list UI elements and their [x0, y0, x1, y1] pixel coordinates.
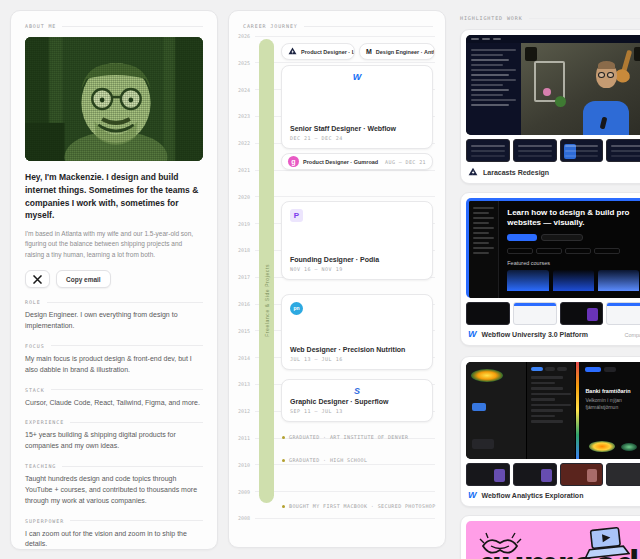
career-section-label: CAREER JOURNEY	[243, 23, 298, 29]
superpower-text: I can zoom out for the vision and zoom i…	[25, 529, 203, 550]
thumbnail[interactable]	[560, 463, 604, 486]
gumroad-preview[interactable]: gumroad	[466, 521, 640, 559]
heatmap-panel	[466, 362, 527, 459]
role-label: ROLE	[25, 299, 41, 305]
chip-label: Design Engineer · Anth	[376, 49, 435, 55]
webflow-logo-icon: W	[468, 491, 477, 500]
experience-text: 15+ years building & shipping digital pr…	[25, 430, 203, 452]
laracasts-logo-icon	[288, 47, 297, 56]
thumbnail[interactable]	[606, 302, 640, 325]
thumbnail[interactable]	[513, 463, 557, 486]
work-card-webflow-university[interactable]: Learn how to design & build pro websites…	[460, 192, 640, 346]
work-card-gumroad[interactable]: gumroad	[460, 515, 640, 559]
work-card-laracasts[interactable]: Laracasts Redesign	[460, 29, 640, 184]
x-social-button[interactable]	[25, 270, 50, 288]
nav-sidebar	[469, 201, 499, 298]
section-rule	[47, 302, 203, 303]
focus-text: My main focus is product design & front-…	[25, 354, 203, 376]
analytics-preview[interactable]: Banki framtíðarin Velkomin í nýjan fjárm…	[466, 362, 640, 459]
speaker	[525, 47, 537, 61]
job-card-podia[interactable]: P Founding Designer · Podia NOV 16 — NOV…	[281, 201, 433, 280]
gumroad-logo-icon: g	[288, 156, 299, 167]
job-card-precision-nutrition[interactable]: pn Web Designer · Precision Nutrition JU…	[281, 294, 433, 370]
work-card-webflow-analytics[interactable]: Banki framtíðarin Velkomin í nýjan fjárm…	[460, 356, 640, 507]
chip-label: Product Designer · Lar	[301, 49, 355, 55]
thumbnail[interactable]	[466, 463, 510, 486]
milestone-text: GRADUATED · HIGH SCHOOL	[289, 457, 367, 463]
thumbnail[interactable]	[560, 302, 604, 325]
job-chip-laracasts[interactable]: Product Designer · Lar	[281, 43, 355, 60]
timeline-year-2008: 2008	[238, 515, 435, 521]
video-player-topbar	[466, 35, 640, 43]
section-rule	[70, 520, 203, 521]
webflow-logo-icon: W	[468, 330, 477, 339]
card-footer: W Webflow University 3.0 Platform Compan…	[466, 330, 640, 340]
stack-text: Cursor, Claude Code, React, Tailwind, Fi…	[25, 398, 203, 409]
milestone-dot	[282, 505, 285, 508]
job-chip-anthropic[interactable]: M Design Engineer · Anth	[359, 43, 435, 60]
job-card-superflow[interactable]: S Graphic Designer · Superflow SEP 11 — …	[281, 379, 433, 422]
copy-email-button[interactable]: Copy email	[56, 270, 111, 288]
stack-label: STACK	[25, 387, 45, 393]
intro-bio: I'm based in Atlanta with my wife and ou…	[25, 229, 203, 260]
thumbnail[interactable]	[513, 302, 557, 325]
section-rule	[62, 26, 203, 27]
category-chips	[507, 248, 639, 254]
preview-tabs	[585, 367, 640, 372]
featured-courses-label: Featured courses	[507, 260, 639, 266]
superflow-logo-icon: S	[290, 387, 424, 396]
thumbnail[interactable]	[466, 139, 510, 162]
laracasts-video-preview[interactable]	[466, 35, 640, 135]
freelance-label: Freelance & Side Projects	[264, 264, 270, 337]
job-dates: DEC 21 — DEC 24	[290, 135, 424, 141]
thumbnail[interactable]	[513, 139, 557, 162]
podia-logo-icon: P	[290, 209, 303, 222]
about-section-role: ROLE Design Engineer. I own everything f…	[25, 299, 203, 332]
about-section-stack: STACK Cursor, Claude Code, React, Tailwi…	[25, 387, 203, 409]
career-timeline: 2026202520242023202220212020201920182017…	[229, 11, 445, 547]
precision-nutrition-logo-icon: pn	[290, 302, 303, 315]
card-footer: Laracasts Redesign	[466, 167, 640, 178]
hero-headline: Learn how to design & build pro websites…	[507, 208, 639, 229]
gallery-thumbnails	[466, 302, 640, 325]
gallery-thumbnails	[466, 463, 640, 486]
milestone-text: BOUGHT MY FIRST MACBOOK · SECURED PHOTOS…	[289, 503, 436, 509]
job-card-webflow[interactable]: W Senior Staff Designer · Webflow DEC 21…	[281, 65, 433, 149]
job-title: Graphic Designer · Superflow	[290, 398, 424, 405]
career-panel: CAREER JOURNEY 2026202520242023202220212…	[228, 10, 446, 548]
thumbnail[interactable]	[560, 139, 604, 162]
gumroad-wordmark: gumroad	[466, 543, 640, 559]
freelance-band: Freelance & Side Projects	[259, 39, 274, 503]
gallery-thumbnails	[466, 139, 640, 162]
gray-box	[472, 439, 494, 449]
course-cards	[507, 270, 639, 291]
section-rule	[51, 389, 203, 390]
job-dates: JUL 13 — JUL 16	[290, 356, 424, 362]
intro-heading: Hey, I'm Mackenzie. I design and build i…	[25, 171, 203, 222]
work-title: Webflow Analytics Exploration	[482, 492, 584, 499]
site-preview-panel: Banki framtíðarin Velkomin í nýjan fjárm…	[579, 362, 640, 459]
job-title: Founding Designer · Podia	[290, 256, 424, 263]
superpower-label: SUPERPOWER	[25, 518, 64, 524]
webflow-university-preview[interactable]: Learn how to design & build pro websites…	[466, 198, 640, 298]
about-section-focus: FOCUS My main focus is product design & …	[25, 343, 203, 376]
work-title: Laracasts Redesign	[483, 169, 549, 176]
presenter-glasses	[596, 72, 617, 78]
milestone-first-macbook: BOUGHT MY FIRST MACBOOK · SECURED PHOTOS…	[282, 503, 436, 509]
thumbnail[interactable]	[606, 463, 640, 486]
preview-headline: Banki framtíðarin	[585, 388, 640, 395]
focus-label: FOCUS	[25, 343, 45, 349]
card-footer: W Webflow Analytics Exploration	[466, 491, 640, 501]
milestone-text: GRADUATED · ART INSTITUTE OF DENVER	[289, 434, 408, 440]
job-chip-gumroad[interactable]: g Product Designer · Gumroad AUG — DEC 2…	[281, 153, 433, 170]
work-tag: Company	[624, 332, 640, 338]
thumbnail[interactable]	[606, 139, 640, 162]
job-dates: NOV 16 — NOV 19	[290, 266, 424, 272]
milestone-dot	[282, 459, 285, 462]
work-section-label: HIGHLIGHTED WORK	[460, 15, 523, 21]
about-section-experience: EXPERIENCE 15+ years building & shipping…	[25, 419, 203, 452]
section-rule	[51, 345, 203, 346]
thumbnail[interactable]	[466, 302, 510, 325]
section-rule	[62, 466, 203, 467]
about-section-teaching: TEACHING Taught hundreds design and code…	[25, 463, 203, 507]
